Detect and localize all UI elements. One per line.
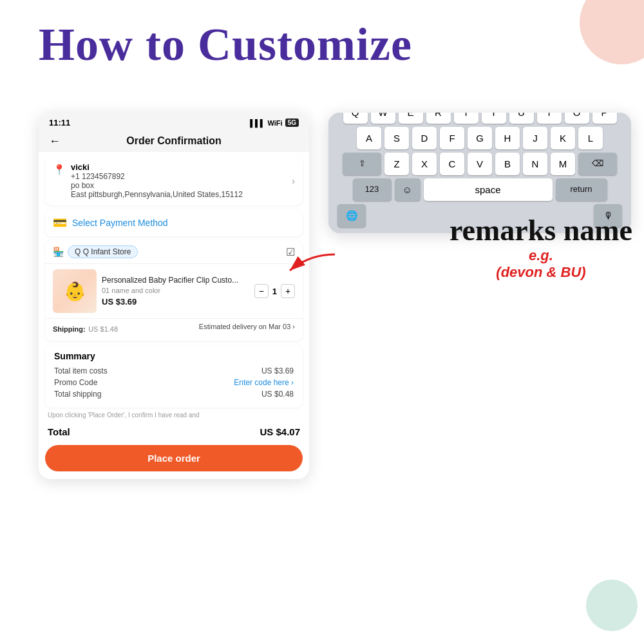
annotation-example: (devon & BU) bbox=[450, 264, 632, 281]
key-x[interactable]: X bbox=[412, 153, 437, 175]
store-badge[interactable]: Q Q Infant Store bbox=[68, 245, 138, 258]
key-j[interactable]: J bbox=[523, 127, 547, 149]
emoji-key[interactable]: ☺ bbox=[395, 178, 421, 201]
summary-item-costs: Total item costs US $3.69 bbox=[54, 366, 294, 375]
key-w[interactable]: W bbox=[371, 113, 395, 124]
qty-increase-button[interactable]: + bbox=[281, 284, 295, 298]
store-name: Q Infant Store bbox=[83, 247, 131, 256]
key-n[interactable]: N bbox=[523, 153, 547, 175]
key-c[interactable]: C bbox=[440, 153, 464, 175]
decorative-circle-bottom bbox=[586, 580, 638, 631]
key-y[interactable]: Y bbox=[482, 113, 506, 124]
key-m[interactable]: M bbox=[551, 153, 575, 175]
key-v[interactable]: V bbox=[468, 153, 492, 175]
address-street: po box bbox=[71, 181, 287, 190]
left-status-icons: ▌▌▌ WiFi 5G bbox=[250, 118, 299, 127]
product-image: 👶 bbox=[53, 269, 97, 313]
store-note-icon[interactable]: ☑ bbox=[286, 246, 295, 258]
summary-promo[interactable]: Promo Code Enter code here › bbox=[54, 378, 294, 387]
product-info: Personalized Baby Pacifier Clip Custo...… bbox=[102, 276, 249, 307]
store-icon: 🏪 bbox=[53, 247, 64, 257]
mic-key[interactable]: 🎙 bbox=[594, 204, 622, 227]
numbers-key[interactable]: 123 bbox=[353, 178, 392, 201]
key-l[interactable]: L bbox=[578, 127, 603, 149]
left-phone-screenshot: 11:11 ▌▌▌ WiFi 5G ← Order Confirmation 📍… bbox=[39, 113, 309, 479]
key-a[interactable]: A bbox=[357, 127, 381, 149]
signal-icon: ▌▌▌ bbox=[250, 119, 265, 127]
keyboard-row-1: Q W E R T Y U I O P bbox=[331, 113, 629, 124]
decorative-circle-top bbox=[580, 0, 644, 64]
qty-decrease-button[interactable]: − bbox=[254, 284, 269, 298]
address-arrow[interactable]: › bbox=[292, 176, 295, 186]
key-f[interactable]: F bbox=[440, 127, 464, 149]
product-name: Personalized Baby Pacifier Clip Custo... bbox=[102, 276, 249, 286]
place-order-button[interactable]: Place order bbox=[45, 445, 303, 471]
keyboard-row-2: A S D F G H J K L bbox=[331, 127, 629, 149]
summary-section: Summary Total item costs US $3.69 Promo … bbox=[45, 345, 303, 408]
wifi-icon: WiFi bbox=[268, 119, 283, 127]
shift-key[interactable]: ⇧ bbox=[343, 153, 381, 175]
qty-value: 1 bbox=[272, 287, 277, 296]
key-q[interactable]: Q bbox=[343, 113, 368, 124]
key-g[interactable]: G bbox=[468, 127, 492, 149]
remarks-modal: Item remarks ✕ Note to seller 0/51 Confi… bbox=[328, 113, 631, 233]
key-h[interactable]: H bbox=[495, 127, 520, 149]
left-status-time: 11:11 bbox=[49, 118, 70, 128]
address-card: 📍 vicki +1 1234567892 po box East pittsb… bbox=[45, 156, 303, 205]
disclaimer-text: Upon clicking 'Place Order', I confirm I… bbox=[45, 412, 303, 419]
shipping-delivery: Estimated delivery on Mar 03 › bbox=[199, 323, 295, 330]
keyboard-row-3: ⇧ Z X C V B N M ⌫ bbox=[331, 153, 629, 175]
space-key[interactable]: space bbox=[424, 178, 553, 201]
total-value: US $4.07 bbox=[260, 426, 300, 437]
left-status-bar: 11:11 ▌▌▌ WiFi 5G bbox=[39, 113, 309, 130]
payment-text: Select Payment Method bbox=[72, 218, 168, 228]
product-price: US $3.69 bbox=[102, 297, 249, 307]
shipping-label: Shipping: bbox=[53, 325, 86, 333]
key-z[interactable]: Z bbox=[384, 153, 409, 175]
address-city: East pittsburgh,Pennsylvania,United Stat… bbox=[71, 190, 287, 199]
page-title: How to Customize bbox=[39, 18, 412, 71]
payment-method-row[interactable]: 💳 Select Payment Method bbox=[45, 209, 303, 236]
left-nav-title: Order Confirmation bbox=[126, 135, 222, 147]
total-label: Total bbox=[48, 426, 70, 437]
key-d[interactable]: D bbox=[412, 127, 437, 149]
left-back-button[interactable]: ← bbox=[49, 135, 61, 148]
annotation-eg: e.g. bbox=[450, 247, 632, 264]
product-variant: 01 name and color bbox=[102, 287, 249, 294]
key-k[interactable]: K bbox=[551, 127, 575, 149]
keyboard-row-4: 123 ☺ space return bbox=[331, 178, 629, 201]
total-row: Total US $4.07 bbox=[39, 421, 309, 440]
payment-icon: 💳 bbox=[53, 216, 67, 230]
delete-key[interactable]: ⌫ bbox=[578, 153, 617, 175]
battery-icon: 5G bbox=[285, 118, 299, 127]
key-s[interactable]: S bbox=[384, 127, 409, 149]
address-details: vicki +1 1234567892 po box East pittsbur… bbox=[71, 162, 287, 199]
address-name: vicki bbox=[71, 162, 287, 172]
store-header: 🏪 Q Q Infant Store ☑ bbox=[45, 240, 303, 264]
right-phone-screenshot: 11:11 ▌▌▌ WiFi 5G ← Order Confirmation 📍… bbox=[328, 113, 631, 233]
keyboard-row-5: 🌐 🎙 bbox=[331, 204, 629, 227]
key-o[interactable]: O bbox=[565, 113, 589, 124]
store-name-row: 🏪 Q Q Infant Store bbox=[53, 245, 138, 258]
summary-title: Summary bbox=[54, 351, 294, 361]
key-r[interactable]: R bbox=[426, 113, 451, 124]
key-u[interactable]: U bbox=[509, 113, 534, 124]
product-row: 👶 Personalized Baby Pacifier Clip Custo.… bbox=[45, 264, 303, 318]
left-nav-bar: ← Order Confirmation bbox=[39, 130, 309, 152]
key-p[interactable]: P bbox=[592, 113, 617, 124]
key-e[interactable]: E bbox=[399, 113, 423, 124]
key-t[interactable]: T bbox=[454, 113, 478, 124]
key-i[interactable]: I bbox=[537, 113, 562, 124]
location-icon: 📍 bbox=[53, 164, 66, 176]
summary-shipping: Total shipping US $0.48 bbox=[54, 390, 294, 399]
key-b[interactable]: B bbox=[495, 153, 520, 175]
quantity-control: − 1 + bbox=[254, 284, 295, 298]
address-phone: +1 1234567892 bbox=[71, 172, 287, 181]
return-key[interactable]: return bbox=[556, 178, 607, 201]
shipping-price: US $1.48 bbox=[88, 325, 118, 333]
globe-key[interactable]: 🌐 bbox=[337, 204, 366, 227]
store-section: 🏪 Q Q Infant Store ☑ 👶 Personalized Baby… bbox=[45, 240, 303, 341]
shipping-row: Shipping: US $1.48 Estimated delivery on… bbox=[45, 318, 303, 341]
virtual-keyboard: I The I'm Q W E R T Y U I O P A S D F bbox=[328, 113, 631, 233]
